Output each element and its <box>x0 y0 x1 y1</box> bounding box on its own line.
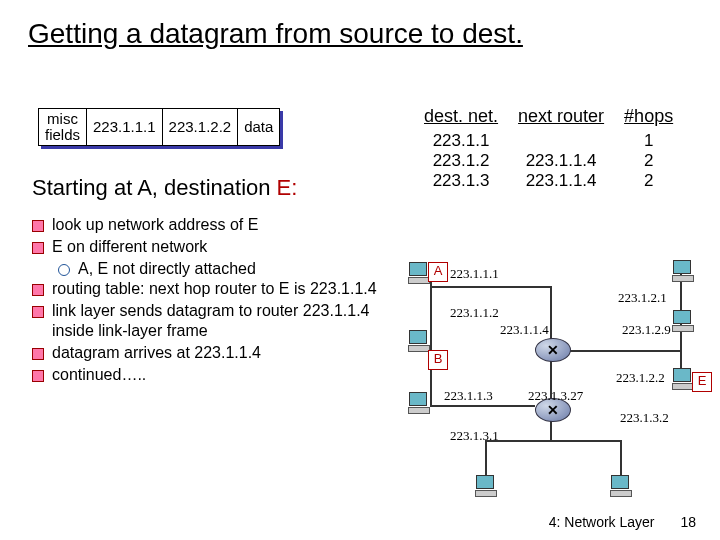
bullet-text: routing table: next hop router to E is 2… <box>52 279 377 299</box>
ip-label: 223.1.1.1 <box>450 266 499 282</box>
ip-label: 223.1.2.9 <box>622 322 671 338</box>
page-title: Getting a datagram from source to dest. <box>0 0 720 50</box>
cell-dest: 223.1.1 <box>414 131 508 151</box>
list-item: E on different network <box>32 237 392 257</box>
host-a-icon <box>408 262 428 284</box>
bullet-text: E on different network <box>52 237 207 257</box>
ip-label: 223.1.3.27 <box>528 388 583 404</box>
datagram-header-box: misc fields 223.1.1.1 223.1.2.2 data <box>38 108 280 146</box>
link-line <box>430 275 432 405</box>
list-item: routing table: next hop router to E is 2… <box>32 279 392 299</box>
misc-label-bot: fields <box>45 127 80 143</box>
page-number: 18 <box>680 514 696 530</box>
list-item: look up network address of E <box>32 215 392 235</box>
footer-label: 4: Network Layer <box>549 514 655 530</box>
host-b-icon <box>408 392 428 414</box>
bullet-text: continued….. <box>52 365 146 385</box>
ip-label: 223.1.1.3 <box>444 388 493 404</box>
host-b-tag: B <box>428 350 448 370</box>
bullet-icon <box>32 370 44 382</box>
ip-label: 223.1.1.4 <box>500 322 549 338</box>
misc-label-top: misc <box>47 111 78 127</box>
link-line <box>430 286 550 288</box>
table-row: 223.1.3 223.1.1.4 2 <box>414 171 683 191</box>
host-br-icon <box>610 475 630 497</box>
routing-table: dest. net. next router #hops 223.1.1 1 2… <box>414 106 683 191</box>
list-item: datagram arrives at 223.1.1.4 <box>32 343 392 363</box>
sub-bullet-icon <box>58 264 70 276</box>
cell-dest: 223.1.2 <box>414 151 508 171</box>
bullet-icon <box>32 220 44 232</box>
footer: 4: Network Layer 18 <box>549 514 696 530</box>
cell-hops: 2 <box>614 151 683 171</box>
subhead-dest: E: <box>277 175 298 200</box>
cell-hops: 2 <box>614 171 683 191</box>
link-line <box>485 440 620 442</box>
link-line <box>570 350 680 352</box>
col-next-router: next router <box>508 106 614 131</box>
cell-hops: 1 <box>614 131 683 151</box>
subhead-prefix: Starting at A, destination <box>32 175 277 200</box>
host-mid-icon <box>408 330 428 352</box>
datagram-misc-fields: misc fields <box>39 109 87 145</box>
table-header-row: dest. net. next router #hops <box>414 106 683 131</box>
bullet-text: link layer sends datagram to router 223.… <box>52 301 392 341</box>
ip-label: 223.1.3.1 <box>450 428 499 444</box>
ip-label: 223.1.2.2 <box>616 370 665 386</box>
list-item: continued….. <box>32 365 392 385</box>
link-line <box>620 440 622 475</box>
table-row: 223.1.1 1 <box>414 131 683 151</box>
datagram-src-ip: 223.1.1.1 <box>87 109 163 145</box>
host-e-icon <box>672 368 692 390</box>
host-bl-icon <box>475 475 495 497</box>
bullet-icon <box>32 242 44 254</box>
datagram-dst-ip: 223.1.2.2 <box>163 109 239 145</box>
list-item: link layer sends datagram to router 223.… <box>32 301 392 341</box>
bullet-text: look up network address of E <box>52 215 258 235</box>
link-line <box>550 286 552 346</box>
bullet-icon <box>32 348 44 360</box>
datagram-data-label: data <box>238 109 279 145</box>
cell-next: 223.1.1.4 <box>508 151 614 171</box>
col-hops: #hops <box>614 106 683 131</box>
host-e-tag: E <box>692 372 712 392</box>
router-left-icon: ✕ <box>535 338 571 362</box>
network-diagram: A 223.1.1.1 223.1.1.2 B 223.1.1.3 223.1.… <box>400 250 710 510</box>
ip-label: 223.1.2.1 <box>618 290 667 306</box>
host-right-icon <box>672 310 692 332</box>
ip-label: 223.1.3.2 <box>620 410 669 426</box>
cell-dest: 223.1.3 <box>414 171 508 191</box>
host-a-tag: A <box>428 262 448 282</box>
bullet-text: datagram arrives at 223.1.1.4 <box>52 343 261 363</box>
cell-next: 223.1.1.4 <box>508 171 614 191</box>
col-dest-net: dest. net. <box>414 106 508 131</box>
host-top-right-icon <box>672 260 692 282</box>
bullet-icon <box>32 306 44 318</box>
link-line <box>430 405 535 407</box>
subheading: Starting at A, destination E: <box>32 175 297 201</box>
cell-next <box>508 131 614 151</box>
sub-list-item: A, E not directly attached <box>58 259 392 279</box>
ip-label: 223.1.1.2 <box>450 305 499 321</box>
bullet-icon <box>32 284 44 296</box>
sub-bullet-text: A, E not directly attached <box>78 259 256 279</box>
table-row: 223.1.2 223.1.1.4 2 <box>414 151 683 171</box>
link-line <box>485 440 487 475</box>
bullet-list: look up network address of E E on differ… <box>32 215 392 387</box>
